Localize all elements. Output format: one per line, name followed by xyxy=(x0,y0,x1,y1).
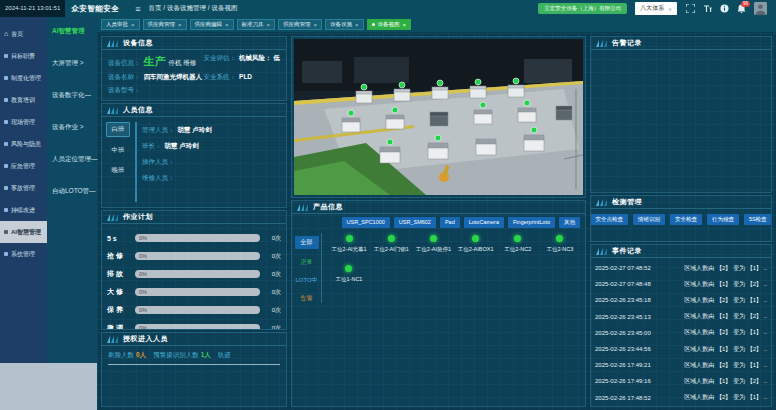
event-row[interactable]: 2025-02-26 17:49:16区域人数由 【1】 变为 【2】 .. xyxy=(595,373,767,389)
shift-middle-button[interactable]: 中班 xyxy=(106,144,130,157)
info-icon[interactable] xyxy=(720,4,729,13)
active-tab-dot-icon xyxy=(372,23,375,26)
shift-day-button[interactable]: 白班 xyxy=(106,122,130,137)
device-item[interactable]: 工位2-NC3 xyxy=(539,235,581,253)
trajectory-link[interactable]: 轨迹 xyxy=(218,351,231,360)
sidebar-item-training[interactable]: 教育培训 xyxy=(0,89,47,111)
device-item-label: 工位2-NC3 xyxy=(539,246,581,253)
sidebar-item-label: 系统管理 xyxy=(11,250,35,259)
status-dot-green-icon xyxy=(388,235,395,242)
personnel-value: 胡慧 卢玲剑 xyxy=(165,142,199,151)
open-tabs-bar: 人员审批× 供应商管理× 供应商编辑× 标准刀具× 供应商管理× 设备设施× 设… xyxy=(97,17,776,33)
panel-body: USR_SPC1000 USR_SM602 Pad LotoCamera Fin… xyxy=(292,213,585,406)
button-behavior-audit[interactable]: 行为稽查 xyxy=(707,214,739,225)
sidebar-item-risk[interactable]: 风险与隐患 xyxy=(0,133,47,155)
submenu-item-personnel-location[interactable]: 人员定位管理— xyxy=(47,155,97,187)
button-usr-sm602[interactable]: USR_SM602 xyxy=(394,217,436,228)
progress-percent: 0% xyxy=(139,325,147,329)
device-type-buttons: USR_SPC1000 USR_SM602 Pad LotoCamera Fin… xyxy=(297,217,580,228)
sidebar-item-institutional[interactable]: 制度化管理 xyxy=(0,67,47,89)
hamburger-menu-icon[interactable]: ≡ xyxy=(135,4,140,14)
work-plan-label: 保 养 xyxy=(107,305,135,315)
tab-close-icon[interactable]: × xyxy=(403,22,407,28)
panel-body: 刷脸人数 0人 预警摄识别人数 1人 轨迹 xyxy=(102,345,286,406)
fullscreen-icon[interactable] xyxy=(686,4,695,13)
filter-loto[interactable]: LOTO中 xyxy=(295,276,317,285)
tab-close-icon[interactable]: × xyxy=(178,22,182,28)
event-row[interactable]: 2025-02-27 07:48:52区域人数由 【2】 变为 【1】 .. xyxy=(595,260,767,276)
sidebar-item-home[interactable]: ⌂ 首页 xyxy=(0,23,47,45)
event-row[interactable]: 2025-02-26 23:45:00区域人数由 【2】 变为 【1】 .. xyxy=(595,325,767,341)
breadcrumb[interactable]: 首页 / 设备设施管理 / 设备视图 xyxy=(149,4,238,13)
button-pad[interactable]: Pad xyxy=(440,217,460,228)
event-row[interactable]: 2025-02-26 23:45:18区域人数由 【2】 变为 【1】 .. xyxy=(595,292,767,308)
event-row[interactable]: 2025-02-26 23:44:56区域人数由 【1】 变为 【2】 .. xyxy=(595,341,767,357)
button-lotocamera[interactable]: LotoCamera xyxy=(464,217,504,228)
button-usr-spc1000[interactable]: USR_SPC1000 xyxy=(342,217,390,228)
sidebar-item-site-mgmt[interactable]: 现场管理 xyxy=(0,111,47,133)
tab-close-icon[interactable]: × xyxy=(225,22,229,28)
tab-standard-tools[interactable]: 标准刀具× xyxy=(237,19,276,30)
device-item[interactable]: 工位1-NC1 xyxy=(328,265,370,283)
menu-bullet-icon xyxy=(4,54,8,58)
button-5s-check[interactable]: 5S检查 xyxy=(744,214,771,225)
sidebar-item-accidents[interactable]: 事故管理 xyxy=(0,177,47,199)
filter-normal[interactable]: 正常 xyxy=(301,258,313,267)
sidebar-item-improvement[interactable]: 持续改进 xyxy=(0,199,47,221)
panel-title: 告警记录 xyxy=(612,38,642,48)
submenu-item-device-digital[interactable]: 设备数字化— xyxy=(47,91,97,123)
panel-header: 产品信息 xyxy=(292,201,585,213)
tab-close-icon[interactable]: × xyxy=(355,22,359,28)
sidebar-item-system-mgmt[interactable]: 系统管理 xyxy=(0,243,47,265)
event-text: 区域人数由 【2】 变为 【1】 .. xyxy=(684,361,767,370)
sidebar-item-ai-smart-mgmt[interactable]: AI智慧管理 xyxy=(0,221,47,243)
sidebar-item-emergency[interactable]: 应急管理 xyxy=(0,155,47,177)
tab-device-view-active[interactable]: 设备视图× xyxy=(367,19,412,30)
event-row[interactable]: 2025-02-27 07:48:48区域人数由 【1】 变为 【2】 .. xyxy=(595,276,767,292)
filter-alarm[interactable]: 告警 xyxy=(301,294,313,303)
device-item[interactable]: 工位2-AI门锁1 xyxy=(370,235,412,253)
factory-3d-view[interactable] xyxy=(294,39,583,195)
tab-close-icon[interactable]: × xyxy=(267,22,271,28)
tab-close-icon[interactable]: × xyxy=(131,22,135,28)
submenu-item-auto-loto[interactable]: 自动LOTO管— xyxy=(47,187,97,219)
device-item[interactable]: 工位2-AI急停1 xyxy=(412,235,454,253)
tab-close-icon[interactable]: × xyxy=(314,22,318,28)
device-info-panel: 设备信息 设备信息： 生产 停机 维修 安全评估： 机械风险： 低 xyxy=(101,36,287,101)
device-item[interactable]: 工位2-NC2 xyxy=(497,235,539,253)
button-safety-point-check[interactable]: 安全点检查 xyxy=(591,214,628,225)
button-fingerprintloto[interactable]: FingerprintLoto xyxy=(508,217,555,228)
panel-title: 产品信息 xyxy=(313,202,343,212)
sidebar-item-targets[interactable]: 目标职责 xyxy=(0,45,47,67)
device-item[interactable]: 工位2-AIBOX1 xyxy=(455,235,497,253)
detection-mgmt-panel: 检测管理 安全点检查 情绪识别 安全检查 行为稽查 5S检查 xyxy=(590,195,772,242)
notification-bell-icon[interactable]: 99 xyxy=(737,4,746,14)
tab-device-facility[interactable]: 设备设施× xyxy=(325,19,364,30)
tab-supplier-mgmt-2[interactable]: 供应商管理× xyxy=(278,19,322,30)
tab-supplier-edit[interactable]: 供应商编辑× xyxy=(190,19,234,30)
system-select[interactable]: 八大体系 ∨ xyxy=(635,2,677,15)
event-row[interactable]: 2025-02-26 17:48:52区域人数由 【2】 变为 【1】 .. xyxy=(595,390,767,406)
user-avatar[interactable] xyxy=(754,2,767,15)
personnel-label: 维修人员： xyxy=(142,174,175,183)
panel-title: 设备信息 xyxy=(123,38,153,48)
personnel-row-leader: 班长： 胡慧 卢玲剑 xyxy=(142,138,282,154)
submenu-item-device-work[interactable]: 设备作业 > xyxy=(47,123,97,155)
event-row[interactable]: 2025-02-26 17:49:21区域人数由 【2】 变为 【1】 .. xyxy=(595,357,767,373)
submenu-item-bigscreen[interactable]: 大屏管理 > xyxy=(47,59,97,91)
text-size-icon[interactable] xyxy=(703,4,712,13)
submenu-item-ai-smart-mgmt[interactable]: AI智慧管理 xyxy=(47,27,97,59)
tab-personnel-approval[interactable]: 人员审批× xyxy=(101,19,140,30)
shift-night-button[interactable]: 晚班 xyxy=(106,164,130,177)
event-row[interactable]: 2025-02-26 23:45:13区域人数由 【1】 变为 【2】 .. xyxy=(595,309,767,325)
event-time: 2025-02-27 07:48:48 xyxy=(595,281,651,287)
filter-all[interactable]: 全部 xyxy=(295,236,319,249)
button-other[interactable]: 其他 xyxy=(559,217,580,228)
event-time: 2025-02-26 17:49:21 xyxy=(595,362,651,368)
button-emotion-recognition[interactable]: 情绪识别 xyxy=(633,214,665,225)
device-model-label: 设备型号： xyxy=(108,86,141,95)
device-item[interactable]: 工位2-AI光幕1 xyxy=(328,235,370,253)
shift-selector: 白班 中班 晚班 xyxy=(106,122,130,202)
button-safety-check[interactable]: 安全检查 xyxy=(670,214,702,225)
tab-supplier-mgmt-1[interactable]: 供应商管理× xyxy=(143,19,187,30)
